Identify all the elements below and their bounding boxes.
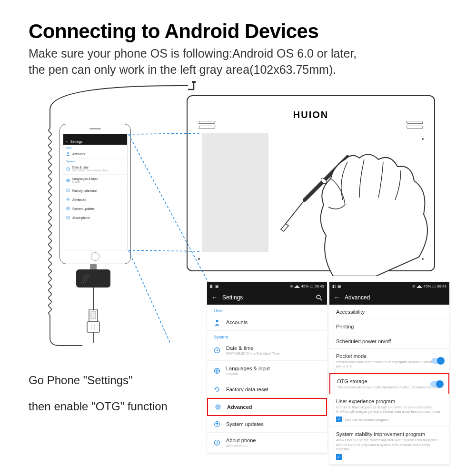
page-title: Connecting to Android Devices	[29, 20, 318, 43]
tablet-brand: HUION	[188, 109, 434, 120]
row-system-updates[interactable]: System updates	[207, 416, 327, 433]
mini-advanced: Advanced	[63, 195, 127, 204]
otg-cable-segment	[89, 287, 99, 311]
svg-point-17	[317, 295, 320, 299]
otg-toggle[interactable]	[430, 381, 443, 387]
row-printing[interactable]: Printing	[329, 319, 449, 334]
phone-screen: ←Settings User Accounts System Date & ti…	[63, 134, 128, 250]
pocket-toggle[interactable]	[431, 358, 444, 364]
tablet-express-keys-left	[199, 121, 215, 129]
mini-about: About phone	[63, 213, 127, 222]
svg-rect-10	[91, 311, 96, 319]
phone-device: ←Settings User Accounts System Date & ti…	[60, 124, 131, 264]
gear-icon	[215, 404, 221, 410]
subtitle-line2: the pen can only work in the left gray a…	[29, 62, 357, 78]
advanced-header: ← Advanced	[329, 290, 449, 305]
svg-point-24	[217, 441, 218, 442]
hand-with-pen-illustration	[276, 133, 438, 276]
instruction-step1: Go Phone "Settings"	[29, 374, 133, 387]
settings-header-title: Settings	[222, 294, 243, 301]
mini-factory: Factory data reset	[63, 186, 127, 195]
phone-home-button	[91, 252, 99, 261]
mini-updates: System updates	[63, 204, 127, 213]
clock-icon	[214, 347, 220, 354]
row-stability-program[interactable]: System stability improvement program All…	[329, 427, 449, 464]
mini-accounts: Accounts	[63, 149, 127, 159]
settings-screenshot: ◧▣ ⊘ ◢◣ 45% ▭ 09:43 ← Settings User Acco…	[207, 282, 327, 453]
ux-checkbox[interactable]: ✓	[336, 416, 342, 422]
mini-status-bar	[63, 134, 127, 138]
tablet-active-area	[202, 133, 268, 252]
status-bar-2: ◧▣ ⊘ ◢◣ 45% ▭ 09:43	[329, 282, 449, 290]
row-pocket-mode[interactable]: Pocket mode Prevent accidental screen to…	[329, 349, 449, 373]
subtitle: Make sure your phone OS is following:And…	[29, 46, 357, 78]
row-accounts[interactable]: Accounts	[207, 314, 327, 331]
mini-datetime: Date & timeGMT+08:00 China Standard Time	[63, 163, 127, 175]
back-icon[interactable]: ←	[334, 294, 340, 301]
tablet-express-keys-right	[407, 121, 423, 129]
svg-rect-0	[192, 81, 196, 83]
section-system: System	[207, 331, 327, 340]
search-icon[interactable]	[316, 294, 322, 301]
advanced-header-title: Advanced	[345, 294, 370, 301]
row-languages[interactable]: Languages & inputEnglish	[207, 361, 327, 381]
svg-point-18	[216, 320, 218, 322]
mini-header: ←Settings	[63, 138, 127, 145]
row-user-experience[interactable]: User experience program In order to impr…	[329, 394, 449, 427]
advanced-screenshot: ◧▣ ⊘ ◢◣ 45% ▭ 09:43 ← Advanced Accessibi…	[329, 282, 449, 465]
svg-point-1	[67, 152, 69, 154]
svg-point-8	[68, 217, 69, 217]
row-factory-reset[interactable]: Factory data reset	[207, 381, 327, 398]
globe-icon	[214, 367, 220, 374]
settings-header: ← Settings	[207, 290, 327, 305]
accounts-icon	[214, 319, 220, 326]
row-about-phone[interactable]: About phoneAndroid 6.0.0	[207, 433, 327, 453]
reset-icon	[214, 386, 220, 393]
otg-adapter	[76, 269, 110, 288]
svg-rect-11	[87, 322, 99, 332]
back-icon[interactable]: ←	[212, 294, 218, 301]
mini-languages: Languages & inputEnglish	[63, 175, 127, 186]
row-datetime[interactable]: Date & timeGMT+08:00 China Standard Time	[207, 340, 327, 361]
status-bar: ◧▣ ⊘ ◢◣ 45% ▭ 09:43	[207, 282, 327, 290]
row-accessibility[interactable]: Accessibility	[329, 305, 449, 319]
section-user: User	[207, 305, 327, 314]
row-scheduled-power[interactable]: Scheduled power on/off	[329, 334, 449, 349]
stability-checkbox[interactable]: ✓	[336, 454, 342, 460]
mini-section-system: System	[63, 159, 127, 163]
instruction-step2: then enable "OTG" function	[29, 400, 168, 413]
mini-section-user: User	[63, 145, 127, 149]
row-otg-storage[interactable]: OTG storage This function will be automa…	[329, 373, 449, 394]
subtitle-line1: Make sure your phone OS is following:And…	[29, 46, 357, 62]
usb-plug	[83, 309, 103, 343]
update-icon	[214, 421, 220, 427]
info-icon	[214, 439, 220, 446]
row-advanced[interactable]: Advanced	[207, 398, 327, 416]
phone-speaker	[89, 128, 101, 129]
svg-point-21	[217, 406, 219, 408]
svg-point-5	[67, 198, 69, 200]
